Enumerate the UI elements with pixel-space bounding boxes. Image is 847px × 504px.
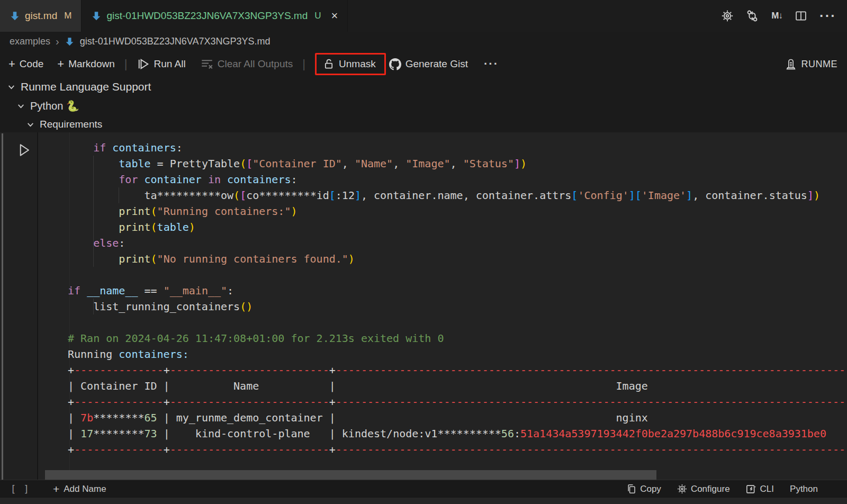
code-token: "Status" — [463, 157, 514, 170]
code-line[interactable]: # Ran on 2024-04-26 11:47:08+01:00 for 2… — [68, 330, 846, 346]
add-code-cell-button[interactable]: + Code — [8, 57, 43, 71]
tab-gist-ulid-md[interactable]: gist-01HWD053BZ23JN6VA7X3NGP3YS.md U × — [82, 0, 348, 32]
chevron-down-icon — [7, 83, 15, 91]
code-token: ********** — [437, 427, 501, 440]
plus-icon: + — [8, 57, 15, 71]
code-line[interactable]: print("No running containers found.") — [68, 251, 846, 267]
outline-item-runme-language-support[interactable]: Runme Language Support — [7, 80, 151, 93]
code-token — [336, 380, 616, 392]
breadcrumb-separator: › — [56, 35, 59, 48]
outline-item-requirements[interactable]: Requirements — [26, 119, 102, 130]
code-line[interactable]: for container in containers: — [68, 172, 846, 187]
split-editor-icon[interactable] — [795, 10, 807, 22]
code-token: 'Config' — [578, 189, 628, 202]
code-token: [ — [635, 189, 642, 202]
code-line[interactable]: Running containers: — [68, 346, 846, 362]
code-token: ) — [291, 205, 297, 218]
notebook-more-icon[interactable]: ··· — [484, 57, 499, 71]
runme-kernel-button[interactable]: RUNME — [785, 58, 847, 70]
code-line[interactable]: else: — [68, 235, 846, 251]
code-editor[interactable]: if containers: table = PrettyTable(["Con… — [68, 140, 846, 457]
code-token: table — [119, 157, 150, 170]
code-token: [ — [329, 189, 336, 202]
code-line[interactable]: ta**********ow([co*********id[:12], cont… — [68, 187, 846, 203]
code-line[interactable]: | 7b********65 | my_runme_demo_container… — [68, 410, 846, 426]
configure-button[interactable]: Configure — [677, 484, 730, 494]
code-token — [68, 300, 93, 313]
code-token — [68, 173, 119, 186]
kernel-language-label[interactable]: Python — [790, 484, 818, 494]
more-actions-icon[interactable]: ··· — [819, 8, 836, 24]
markdown-preview-icon[interactable]: M↓ — [771, 11, 782, 21]
code-token: ] — [355, 189, 361, 202]
code-token: "Name" — [355, 157, 393, 170]
code-token: | my_runme_demo_container | — [157, 411, 336, 424]
run-cell-button[interactable] — [17, 143, 31, 157]
run-all-button[interactable]: Run All — [137, 58, 186, 70]
copy-button[interactable]: Copy — [626, 484, 661, 494]
tab-gist-md[interactable]: gist.md M — [0, 0, 82, 32]
code-token: Running — [68, 348, 119, 361]
cli-button[interactable]: CLI — [746, 484, 774, 494]
generate-gist-button[interactable]: Generate Gist — [389, 58, 468, 70]
chevron-down-icon — [26, 121, 34, 129]
code-token: ******** — [93, 411, 144, 424]
code-token: + — [164, 395, 170, 408]
copy-icon — [626, 484, 636, 494]
close-tab-icon[interactable]: × — [331, 10, 338, 22]
code-line[interactable]: if __name__ == "__main__": — [68, 283, 846, 299]
code-token: :12 — [336, 189, 355, 202]
code-token: __name__ — [87, 284, 138, 297]
code-token: print — [119, 205, 150, 218]
code-token: ow — [221, 189, 233, 202]
code-line[interactable] — [68, 314, 846, 330]
code-token: ) — [348, 253, 355, 265]
settings-gear-icon[interactable] — [722, 10, 733, 22]
clear-all-icon — [201, 58, 213, 70]
code-line[interactable]: +--------------+------------------------… — [68, 442, 846, 457]
breadcrumb-folder[interactable]: examples — [10, 36, 50, 47]
add-markdown-cell-button[interactable]: + Markdown — [57, 57, 115, 71]
code-token: 51a1434a5397193442f0be2a297b488b6c919ce8… — [520, 427, 826, 440]
code-token: if — [93, 141, 106, 154]
code-line[interactable]: | Container ID | Name | Image — [68, 378, 846, 394]
code-token: , container.name, container.attrs — [361, 189, 571, 202]
code-line[interactable]: print("Running containers:") — [68, 203, 846, 219]
code-token: ( — [151, 253, 157, 265]
code-token — [68, 205, 119, 218]
code-token: ] — [686, 189, 692, 202]
cell-status-actions: Copy Configure — [626, 484, 847, 494]
code-token: : — [291, 173, 297, 186]
code-token — [138, 173, 144, 186]
code-line[interactable] — [68, 267, 846, 283]
horizontal-scrollbar[interactable] — [45, 470, 656, 480]
code-token: + — [68, 443, 74, 456]
git-compare-icon[interactable] — [746, 10, 759, 22]
unmask-button[interactable]: Unmask — [323, 58, 376, 70]
toolbar-separator: | — [124, 57, 128, 71]
outline-item-python[interactable]: Python 🐍 — [17, 100, 79, 112]
notebook-toolbar: + Code + Markdown | Run All Clear All O — [0, 51, 847, 77]
code-line[interactable]: table = PrettyTable(["Container ID", "Na… — [68, 156, 846, 172]
code-line[interactable]: list_running_containers() — [68, 299, 846, 314]
add-name-button[interactable]: + Add Name — [53, 483, 106, 496]
code-token: nginx — [616, 411, 648, 424]
editor-tab-bar: gist.md M gist-01HWD053BZ23JN6VA7X3NGP3Y… — [0, 0, 847, 32]
code-token: containers: — [119, 348, 188, 361]
code-line[interactable]: +--------------+------------------------… — [68, 362, 846, 378]
code-token: co — [246, 189, 259, 202]
code-token: Name — [170, 380, 329, 392]
code-token: else — [93, 237, 119, 249]
cell-focus-bar[interactable] — [2, 133, 3, 498]
code-token: + — [164, 364, 170, 376]
vscode-window: gist.md M gist-01HWD053BZ23JN6VA7X3NGP3Y… — [0, 0, 847, 504]
breadcrumb-file[interactable]: gist-01HWD053BZ23JN6VA7X3NGP3YS.md — [80, 36, 271, 47]
code-line[interactable]: print(table) — [68, 219, 846, 235]
code-token: "__main__" — [164, 284, 227, 297]
code-line[interactable]: +--------------+------------------------… — [68, 394, 846, 410]
code-line[interactable]: if containers: — [68, 140, 846, 156]
code-token: + — [68, 395, 74, 408]
code-line[interactable]: | 17********73 | kind-control-plane | ki… — [68, 426, 846, 442]
code-token: "Running containers:" — [157, 205, 291, 218]
code-token: ********** — [157, 189, 221, 202]
